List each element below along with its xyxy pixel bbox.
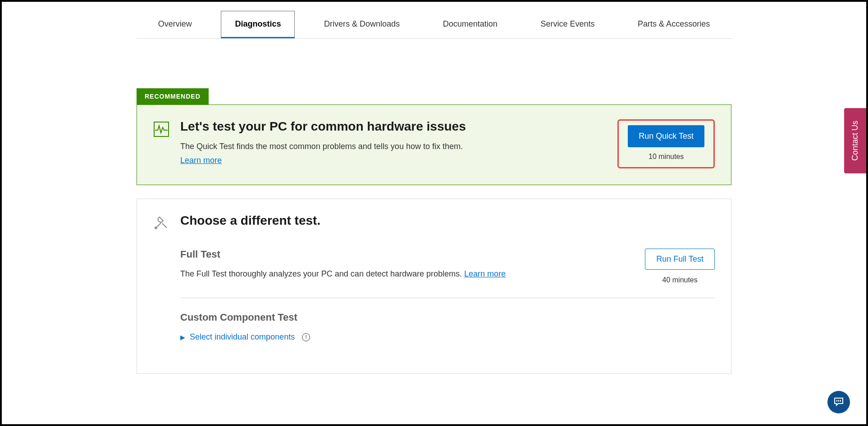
caret-right-icon: ▶ (180, 334, 185, 341)
full-test-section: Full Test The Full Test thoroughly analy… (180, 249, 715, 298)
alternate-tests-card: Choose a different test. Full Test The F… (137, 199, 731, 374)
tab-overview[interactable]: Overview (144, 11, 206, 38)
custom-test-section: Custom Component Test ▶ Select individua… (180, 312, 715, 355)
contact-us-tab[interactable]: Contact Us (844, 108, 866, 173)
tab-drivers[interactable]: Drivers & Downloads (310, 11, 414, 38)
select-components-label: Select individual components (190, 332, 295, 342)
chat-button[interactable] (827, 391, 850, 413)
run-full-test-button[interactable]: Run Full Test (645, 249, 715, 270)
heartbeat-icon (153, 121, 169, 137)
quick-test-duration: 10 minutes (649, 153, 684, 161)
quick-test-learn-more-link[interactable]: Learn more (180, 156, 222, 165)
custom-test-name: Custom Component Test (180, 312, 715, 323)
svg-rect-0 (154, 122, 169, 136)
nav-tabs: Overview Diagnostics Drivers & Downloads… (137, 11, 731, 39)
full-test-duration: 40 minutes (662, 276, 698, 284)
tab-service-events[interactable]: Service Events (526, 11, 608, 38)
run-quick-test-button[interactable]: Run Quick Test (628, 125, 704, 147)
quick-test-title: Let's test your PC for common hardware i… (180, 119, 466, 134)
tools-icon (153, 214, 169, 231)
full-test-name: Full Test (180, 249, 506, 260)
quick-test-highlight: Run Quick Test 10 minutes (617, 119, 715, 168)
quick-test-desc: The Quick Test finds the most common pro… (180, 142, 466, 151)
tab-documentation[interactable]: Documentation (429, 11, 512, 38)
tab-diagnostics[interactable]: Diagnostics (221, 11, 295, 38)
full-test-learn-more-link[interactable]: Learn more (464, 269, 506, 278)
recommended-card: Let's test your PC for common hardware i… (137, 104, 731, 185)
alternate-tests-title: Choose a different test. (180, 213, 320, 228)
select-components-toggle[interactable]: ▶ Select individual components ! (180, 332, 715, 342)
chat-icon (833, 396, 844, 408)
recommended-badge: RECOMMENDED (137, 88, 209, 104)
info-icon[interactable]: ! (302, 333, 310, 341)
tab-parts[interactable]: Parts & Accessories (624, 11, 724, 38)
full-test-desc: The Full Test thoroughly analyzes your P… (180, 269, 506, 279)
